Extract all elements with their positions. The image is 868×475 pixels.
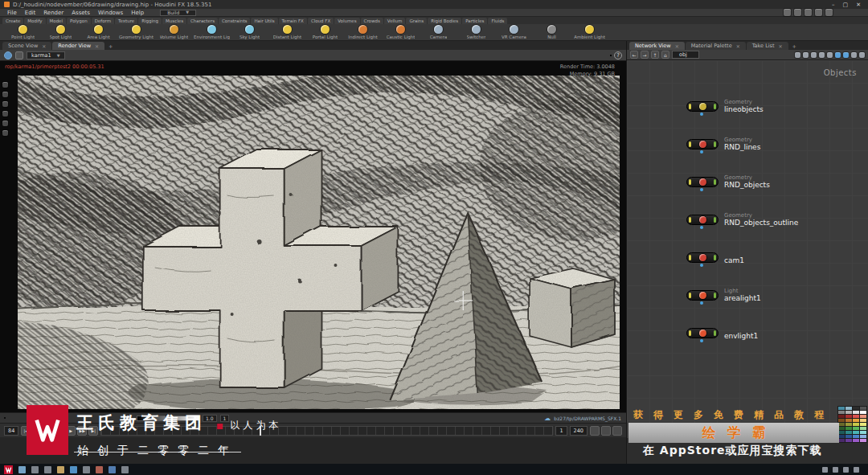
audio-icon[interactable] [590,426,600,436]
snap-tool-icon[interactable] [2,130,8,136]
color-swatch[interactable] [860,419,866,422]
network-node[interactable]: envlight1 [686,314,862,352]
color-swatch[interactable] [845,435,852,438]
color-swatch[interactable] [860,415,866,418]
search-icon[interactable] [31,466,39,473]
color-swatch[interactable] [853,439,859,442]
move-tool-icon[interactable] [2,92,8,97]
color-swatch[interactable] [860,427,866,430]
color-swatch[interactable] [845,439,852,442]
handles-tool-icon[interactable] [2,121,8,126]
help-icon[interactable] [825,9,833,16]
color-swatch[interactable] [853,411,859,414]
network-node[interactable]: Geometry lineobjects [686,88,862,125]
shelf-tab[interactable]: Volumes [334,18,359,24]
up-button[interactable]: ↑ [651,51,659,59]
network-node[interactable]: Light arealight1 [686,276,862,314]
color-swatch[interactable] [860,407,866,410]
menu-item[interactable]: Render [39,10,68,16]
scale-tool-icon[interactable] [2,111,8,117]
network-node[interactable]: cam1 [686,239,862,276]
node-body[interactable] [686,101,719,112]
node-body[interactable] [686,177,719,187]
shelf-tab[interactable]: Constraints [219,18,250,24]
rotate-tool-icon[interactable] [2,101,8,107]
browser-icon[interactable] [70,466,77,473]
display-flag-icon[interactable] [700,188,703,191]
shelf-tab[interactable]: Fluids [488,18,507,24]
forward-button[interactable]: → [641,51,649,59]
network-node[interactable]: Geometry RND_objects_outline [686,201,862,239]
color-swatch[interactable] [853,423,859,426]
display-icon[interactable] [811,52,817,58]
realtime-icon[interactable] [601,426,611,436]
close-icon[interactable]: ✕ [42,43,46,49]
display-flag-icon[interactable] [700,339,703,342]
network-node[interactable]: Geometry RND_objects [686,163,862,201]
close-icon[interactable]: ✕ [675,43,679,49]
shelf-tool[interactable]: Indirect Light [345,25,381,39]
shelf-tool[interactable]: Geometry Light [118,25,154,39]
node-body[interactable] [686,215,719,225]
shelf-tool[interactable]: Area Light [80,25,117,39]
menu-icon[interactable] [859,52,865,58]
node-body[interactable] [686,328,719,338]
shelf-tool[interactable]: Point Light [5,25,41,39]
color-swatch[interactable] [845,427,852,430]
tab-material-palette[interactable]: Material Palette✕ [686,42,746,50]
shelf-tool[interactable]: Distant Light [269,25,305,39]
network-view[interactable]: Objects Geometry lineobjects [627,60,868,438]
shelf-tool[interactable]: Null [534,25,570,39]
shelf-tab[interactable]: Deform [92,18,114,24]
home-button[interactable]: ⌂ [661,51,669,59]
node-body[interactable] [686,139,719,149]
wangshi-taskbar-logo[interactable] [4,465,13,474]
shelf-tab[interactable]: Create [2,18,23,24]
chat-icon[interactable] [121,466,129,473]
rendered-image[interactable] [18,76,620,409]
shelf-tab[interactable]: Crowds [361,18,383,24]
color-swatch[interactable] [860,411,866,414]
color-swatch[interactable] [838,407,845,410]
range-start-field[interactable]: 1 [555,426,567,436]
color-swatch[interactable] [838,431,845,434]
close-icon[interactable]: ✕ [779,43,783,49]
shelf-tool[interactable]: Spot Light [43,25,79,39]
node-body[interactable] [686,290,719,301]
search-icon[interactable] [851,52,857,58]
menu-item[interactable]: Help [127,10,148,16]
shelf-tool[interactable]: Camera [420,25,457,39]
layout-icon[interactable] [784,9,791,16]
minimize-button[interactable]: – [832,2,835,8]
shelf-tab[interactable]: Particles [462,18,487,24]
color-swatch[interactable] [845,411,852,414]
back-button[interactable]: ← [630,51,638,59]
color-swatch[interactable] [838,419,845,422]
shelf-tool[interactable]: Volume Light [156,25,192,39]
menu-item[interactable]: Edit [21,10,40,16]
color-swatch[interactable] [853,419,859,422]
shelf-tab[interactable]: Polygon [67,18,91,24]
shelf-tab[interactable]: Texture [115,18,137,24]
task-view-icon[interactable] [44,466,51,473]
store-icon[interactable] [83,466,90,473]
color-swatch[interactable] [845,431,852,434]
shelf-tool[interactable]: VR Camera [496,25,532,39]
close-button[interactable]: ✕ [856,2,861,8]
maximize-button[interactable]: ▢ [843,2,849,8]
network-node[interactable]: Geometry RND_lines [686,125,862,163]
close-icon[interactable]: ✕ [736,43,740,49]
color-swatch[interactable] [845,415,852,418]
shelf-tab[interactable]: Muscles [162,18,186,24]
color-swatch[interactable] [838,427,845,430]
color-swatch[interactable] [860,439,866,442]
color-swatch[interactable] [860,435,866,438]
tab-render-view[interactable]: Render View✕ [52,42,104,50]
display-flag-icon[interactable] [700,264,703,267]
color-swatch[interactable] [838,435,845,438]
panes-icon[interactable] [794,9,801,16]
shelf-tab[interactable]: Model [47,18,67,24]
current-frame-field[interactable]: 84 [4,426,18,436]
grid-snap-icon[interactable] [819,52,825,58]
tab-network-view[interactable]: Network View✕ [629,42,685,50]
